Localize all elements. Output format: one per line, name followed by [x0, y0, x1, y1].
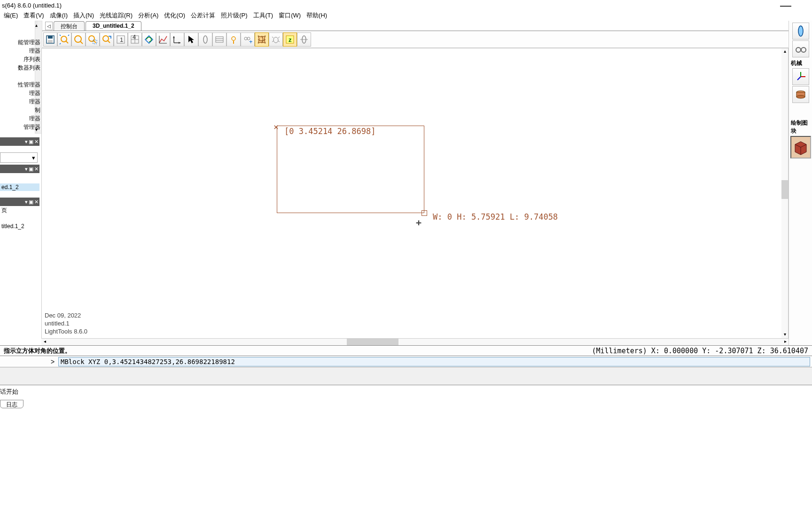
panel-pin-icon[interactable]: ▣: [29, 139, 33, 145]
bottom-gap: [0, 367, 812, 385]
svg-text:z: z: [289, 36, 292, 43]
command-input[interactable]: [58, 357, 810, 366]
panel-icon[interactable]: [212, 32, 226, 47]
tab-3d-view[interactable]: 3D_untitled.1_2: [86, 21, 141, 31]
left-item[interactable]: 理器: [10, 47, 41, 56]
panel-header-2: ▾ ▣ ✕: [0, 165, 39, 173]
left-item[interactable]: 管理器: [10, 123, 41, 132]
left-tree-item[interactable]: titled.1_2: [0, 222, 39, 230]
left-item[interactable]: 制: [10, 106, 41, 115]
status-message: 指示立方体对角的位置。: [4, 347, 71, 355]
cylinder-tool-icon[interactable]: [792, 86, 809, 103]
menu-window[interactable]: 窗口(W): [276, 10, 304, 21]
left-combo[interactable]: ▾: [0, 152, 38, 163]
glasses-tool-icon[interactable]: [792, 40, 809, 57]
zoom-fit-icon[interactable]: [57, 32, 71, 47]
menu-optimize[interactable]: 优化(O): [161, 10, 188, 21]
menu-tools[interactable]: 工具(T): [250, 10, 276, 21]
left-item[interactable]: 理器: [10, 115, 41, 123]
menu-edit[interactable]: 编(E): [1, 10, 21, 21]
view-1-icon[interactable]: 1: [114, 32, 128, 47]
zoom-window-icon[interactable]: [86, 32, 100, 47]
left-item[interactable]: 性管理器: [10, 81, 41, 89]
title-bar: s(64) 8.6.0 (untitled.1) —: [0, 0, 812, 10]
status-coords: (Millimeters) X: 0.000000 Y: -2.307071 Z…: [592, 347, 808, 355]
mesh-grid-icon[interactable]: [255, 32, 269, 47]
menu-insert[interactable]: 插入(N): [70, 10, 97, 21]
left-panel: ▴ ▾ 能管理器 理器 序列表 数器列表 性管理器 理器 理器 制 理器 管理器…: [0, 21, 41, 345]
left-tree-item[interactable]: 页: [0, 206, 39, 215]
svg-line-38: [272, 41, 273, 42]
right-panel: 机械 绘制图块: [789, 21, 812, 345]
zoom-icon[interactable]: [71, 32, 86, 47]
tab-row: ◁ 控制台 3D_untitled.1_2: [41, 21, 789, 31]
canvas-handle[interactable]: [422, 210, 427, 216]
left-item[interactable]: 理器: [10, 98, 41, 106]
right-label-mech: 机械: [789, 58, 812, 68]
left-item[interactable]: 数器列表: [10, 64, 41, 72]
log-tab-row: 日志: [0, 398, 812, 408]
tab-nav-left[interactable]: ◁: [45, 22, 53, 30]
lens-tool-icon[interactable]: [792, 23, 809, 40]
menu-image[interactable]: 成像(I): [47, 10, 70, 21]
panel-menu-icon[interactable]: ▾: [25, 199, 28, 205]
panel-close-icon[interactable]: ✕: [34, 166, 39, 172]
svg-rect-1: [48, 36, 53, 39]
session-label: 话开始: [0, 388, 18, 396]
canvas-scrollbar-v[interactable]: ▴ ▾: [781, 48, 788, 338]
panel-pin-icon[interactable]: ▣: [29, 199, 33, 205]
svg-line-39: [278, 41, 280, 42]
panel-pin-icon[interactable]: ▣: [29, 166, 33, 172]
svg-point-44: [798, 26, 803, 36]
pointer-icon[interactable]: [184, 32, 198, 47]
save-icon[interactable]: [43, 32, 57, 47]
log-tab[interactable]: 日志: [0, 400, 23, 408]
line-chart-icon[interactable]: [156, 32, 170, 47]
menu-help[interactable]: 帮助(H): [304, 10, 330, 21]
lens-cross-icon[interactable]: [297, 32, 311, 47]
tab-console[interactable]: 控制台: [54, 21, 85, 31]
menu-photo[interactable]: 照片级(P): [218, 10, 250, 21]
canvas-rect-shape: [277, 126, 424, 213]
left-selected-item[interactable]: ed.1_2: [0, 183, 39, 191]
canvas-dimension-label: W: 0 H: 5.75921 L: 9.74058: [433, 212, 558, 222]
svg-rect-26: [216, 37, 223, 42]
receivers-icon[interactable]: +: [241, 32, 255, 47]
block-tool-icon[interactable]: [790, 136, 811, 159]
menu-tolerance[interactable]: 公差计算: [188, 10, 218, 21]
session-row: 话开始: [0, 385, 812, 398]
zoom-select-icon[interactable]: [100, 32, 114, 47]
lens-icon[interactable]: [198, 32, 212, 47]
view-4-icon[interactable]: 4: [128, 32, 142, 47]
svg-point-25: [203, 36, 207, 43]
menu-raytrace[interactable]: 光线追踪(R): [97, 10, 135, 21]
axes-tool-icon[interactable]: [792, 68, 809, 85]
panel-menu-icon[interactable]: ▾: [25, 139, 28, 145]
svg-text:+: +: [249, 38, 253, 45]
window-minimize-button[interactable]: —: [780, 0, 810, 12]
z-axis-icon[interactable]: z: [283, 32, 297, 47]
right-label-draw: 绘制图块: [789, 118, 812, 136]
rotate-icon[interactable]: [142, 32, 156, 47]
left-item[interactable]: 理器: [10, 89, 41, 98]
command-prompt-icon: >: [47, 358, 58, 365]
chevron-down-icon: ▾: [32, 154, 35, 161]
canvas-scrollbar-h[interactable]: ◂ ▸: [41, 339, 789, 345]
light-icon[interactable]: [226, 32, 241, 47]
left-item[interactable]: 序列表: [10, 56, 41, 64]
left-item[interactable]: 能管理器: [10, 39, 41, 47]
svg-point-31: [244, 37, 247, 40]
panel-close-icon[interactable]: ✕: [34, 199, 39, 205]
menu-view[interactable]: 查看(V): [21, 10, 47, 21]
svg-point-29: [232, 37, 235, 40]
menu-bar: 编(E) 查看(V) 成像(I) 插入(N) 光线追踪(R) 分析(A) 优化(…: [0, 10, 812, 21]
bug-icon[interactable]: [269, 32, 283, 47]
svg-point-53: [796, 95, 805, 98]
svg-point-45: [796, 48, 801, 52]
svg-marker-23: [173, 36, 175, 38]
axis-icon[interactable]: [170, 32, 184, 47]
menu-analysis[interactable]: 分析(A): [135, 10, 161, 21]
3d-canvas[interactable]: × [0 3.45214 26.8698] + W: 0 H: 5.75921 …: [41, 48, 789, 339]
panel-close-icon[interactable]: ✕: [34, 139, 39, 145]
panel-menu-icon[interactable]: ▾: [25, 166, 28, 172]
